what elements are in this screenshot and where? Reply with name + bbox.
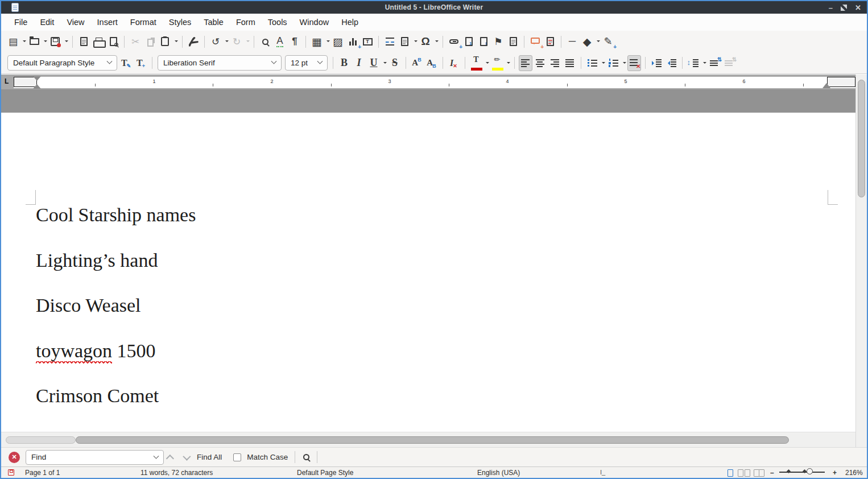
word-count-status[interactable]: 11 words, 72 characters <box>140 469 213 477</box>
numbered-list-button[interactable] <box>606 55 620 71</box>
insert-table-button[interactable]: ▦ <box>310 34 324 49</box>
insert-chart-button[interactable]: + <box>346 34 359 49</box>
find-replace-button[interactable] <box>258 34 272 49</box>
align-left-button[interactable] <box>519 55 532 71</box>
horizontal-scrollbar-thumb[interactable] <box>76 436 789 444</box>
view-layout-multi[interactable] <box>738 469 751 477</box>
draw-functions-button[interactable]: ✎+ <box>601 34 615 49</box>
new-style-button[interactable]: T+ <box>134 55 148 71</box>
menu-edit[interactable]: Edit <box>34 15 60 29</box>
export-pdf-button[interactable] <box>77 34 90 49</box>
menu-tools[interactable]: Tools <box>262 15 294 29</box>
match-case-checkbox[interactable] <box>233 453 241 461</box>
minimize-button[interactable]: – <box>829 4 833 11</box>
menu-help[interactable]: Help <box>335 15 365 29</box>
line-spacing-dropdown[interactable] <box>703 62 706 65</box>
update-style-button[interactable]: T✎ <box>119 55 133 71</box>
basic-shapes-dropdown[interactable] <box>597 40 600 44</box>
print-button[interactable] <box>92 34 105 49</box>
track-changes-button[interactable] <box>543 34 557 49</box>
increase-indent-button[interactable] <box>650 55 663 71</box>
bold-button[interactable]: B <box>337 55 351 71</box>
underline-dropdown[interactable] <box>383 62 387 65</box>
insert-image-button[interactable]: ▨ <box>331 34 345 49</box>
font-size-combo[interactable]: 12 pt <box>285 55 328 71</box>
insert-endnote-button[interactable]: i <box>477 34 490 49</box>
horizontal-scrollbar[interactable] <box>1 432 855 447</box>
menu-form[interactable]: Form <box>230 15 262 29</box>
paste-dropdown[interactable] <box>175 40 178 44</box>
vertical-scrollbar[interactable] <box>855 75 867 447</box>
print-preview-button[interactable] <box>106 34 120 49</box>
restore-button[interactable] <box>841 5 847 11</box>
misspelled-word[interactable]: toywagon <box>36 340 112 364</box>
horizontal-scrollbar-track-segment[interactable] <box>6 436 76 444</box>
clone-formatting-button[interactable] <box>187 34 200 49</box>
no-list-button[interactable]: ✕ <box>627 55 641 71</box>
match-case-label[interactable]: Match Case <box>247 453 288 461</box>
left-indent-marker[interactable] <box>33 80 41 89</box>
menu-table[interactable]: Table <box>197 15 230 29</box>
language-status[interactable]: English (USA) <box>477 469 520 477</box>
find-and-replace-button[interactable] <box>299 449 313 465</box>
italic-button[interactable]: I <box>352 55 366 71</box>
align-center-button[interactable] <box>534 55 547 71</box>
insert-bookmark-button[interactable]: ⚑ <box>491 34 505 49</box>
paragraph-3[interactable]: Disco Weasel <box>36 295 141 316</box>
page-style-status[interactable]: Default Page Style <box>297 469 353 477</box>
highlight-color-button[interactable]: ✏ <box>490 55 504 71</box>
horizontal-line-button[interactable]: ─ <box>565 34 579 49</box>
subscript-button[interactable]: AB <box>425 55 439 71</box>
align-right-button[interactable] <box>548 55 562 71</box>
increase-paragraph-spacing-button[interactable]: ⇅ <box>708 55 721 71</box>
close-button[interactable]: ✕ <box>855 4 861 11</box>
paragraph-5[interactable]: Crimson Comet <box>36 385 159 407</box>
search-input[interactable] <box>26 450 164 465</box>
spelling-button[interactable]: A <box>273 34 287 49</box>
right-indent-marker[interactable] <box>822 79 830 88</box>
close-findbar-button[interactable]: ✕ <box>9 452 20 463</box>
underline-button[interactable]: U <box>367 55 381 71</box>
open-dropdown[interactable] <box>44 40 47 44</box>
strikethrough-button[interactable]: S <box>388 55 402 71</box>
menu-styles[interactable]: Styles <box>163 15 198 29</box>
insert-field-button[interactable] <box>398 34 411 49</box>
save-button[interactable] <box>48 34 62 49</box>
paragraph-1[interactable]: Cool Starship names <box>36 204 196 226</box>
font-name-combo[interactable]: Liberation Serif <box>158 55 282 71</box>
horizontal-ruler[interactable]: 1 2 3 4 5 6 <box>14 77 856 88</box>
zoom-out-button[interactable]: – <box>770 469 774 477</box>
open-button[interactable] <box>27 34 41 49</box>
tab-stop-selector[interactable]: L <box>5 77 9 85</box>
insert-cross-reference-button[interactable] <box>506 34 520 49</box>
basic-shapes-button[interactable]: ◆ <box>580 34 594 49</box>
find-all-button[interactable]: Find All <box>197 453 222 461</box>
insert-textbox-button[interactable]: T <box>361 34 374 49</box>
bullet-list-dropdown[interactable] <box>602 62 605 65</box>
paragraph-2[interactable]: Lighting’s hand <box>36 250 158 271</box>
zoom-in-button[interactable]: + <box>833 469 837 477</box>
page-count-status[interactable]: Page 1 of 1 <box>25 469 60 477</box>
new-document-button[interactable]: ▤ <box>6 34 20 49</box>
undo-button[interactable]: ↺ <box>209 34 222 49</box>
undo-dropdown[interactable] <box>225 40 229 44</box>
paste-button[interactable] <box>158 34 172 49</box>
special-character-dropdown[interactable] <box>435 40 439 44</box>
menu-view[interactable]: View <box>60 15 90 29</box>
view-layout-single[interactable] <box>728 469 734 477</box>
zoom-slider[interactable] <box>779 469 825 476</box>
line-spacing-button[interactable]: ↕ <box>687 55 700 71</box>
titlebar[interactable]: Untitled 5 - LibreOffice Writer – ✕ <box>1 1 867 14</box>
paragraph-4[interactable]: toywagon 1500 <box>36 340 156 362</box>
paragraph-style-combo[interactable]: Default Paragraph Style <box>7 55 117 71</box>
insert-table-dropdown[interactable] <box>326 40 330 44</box>
formatting-marks-button[interactable]: ¶ <box>288 34 301 49</box>
document-page[interactable]: Cool Starship names Lighting’s hand Disc… <box>1 113 855 432</box>
new-document-dropdown[interactable] <box>23 40 26 44</box>
page-break-button[interactable] <box>383 34 396 49</box>
font-color-dropdown[interactable] <box>486 62 489 65</box>
find-combo[interactable] <box>26 450 164 465</box>
menu-file[interactable]: File <box>8 15 34 29</box>
decrease-indent-button[interactable] <box>664 55 678 71</box>
view-layout-book[interactable] <box>754 469 766 477</box>
